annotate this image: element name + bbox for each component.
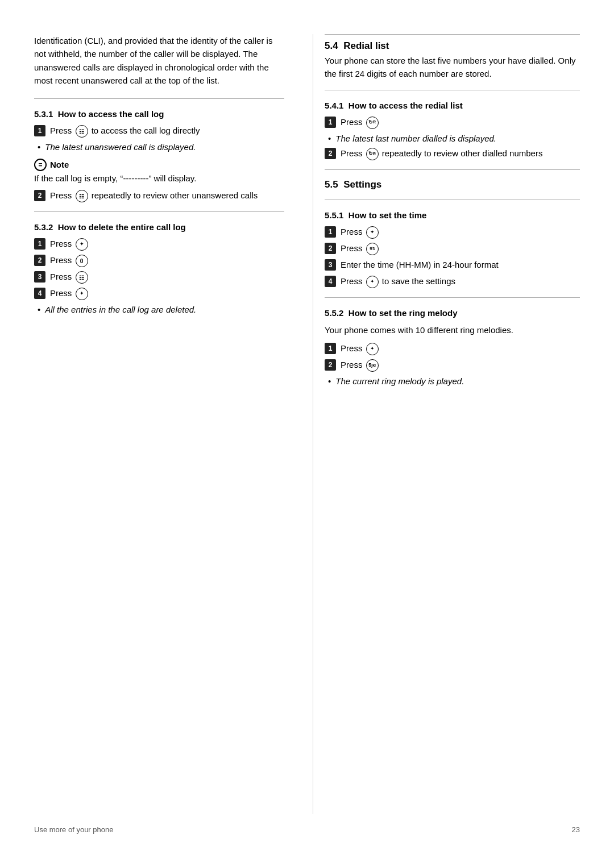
step-num-532-1: 1 — [34, 238, 45, 250]
step-num-552-2: 2 — [325, 359, 336, 371]
nav-key-551-4: ✦ — [366, 276, 379, 288]
desc-552: Your phone comes with 10 different ring … — [325, 323, 580, 337]
step-531-2: 2 Press ☷ repeatedly to review other una… — [34, 189, 284, 202]
step-content-532-3: Press ☷ — [50, 271, 284, 284]
five-key: 5jkl — [366, 359, 379, 372]
divider-552 — [325, 297, 580, 298]
step-541-1: 1 Press ↻R — [325, 116, 580, 129]
step-num-551-3: 3 — [325, 259, 336, 271]
step-num-541-2: 2 — [325, 148, 336, 159]
divider-531 — [34, 98, 284, 99]
step-551-1: 1 Press ✦ — [325, 226, 580, 239]
divider-532 — [34, 211, 284, 212]
step-551-2: 2 Press #3 — [325, 242, 580, 255]
step-num-551-1: 1 — [325, 226, 336, 238]
note-text-531: If the call log is empty, “---------” wi… — [34, 172, 284, 185]
divider-551 — [325, 200, 580, 200]
log-key-icon-2: ☷ — [76, 190, 88, 202]
footer-left: Use more of your phone — [34, 825, 113, 834]
step-num-552-1: 1 — [325, 343, 336, 354]
bullet-541-1: • The latest last number dialled is disp… — [325, 132, 580, 146]
left-column: Identification (CLI), and provided that … — [34, 34, 313, 814]
heading-541: 5.4.1 How to access the redial list — [325, 99, 580, 111]
step-531-1: 1 Press ☷ to access the call log directl… — [34, 124, 284, 138]
divider-541 — [325, 90, 580, 90]
step-552-2: 2 Press 5jkl — [325, 359, 580, 372]
step-content-541-2: Press ↻R repeatedly to review other dial… — [341, 147, 580, 160]
step-content-531-2: Press ☷ repeatedly to review other unans… — [50, 189, 284, 202]
step-541-2: 2 Press ↻R repeatedly to review other di… — [325, 147, 580, 160]
step-num-1: 1 — [34, 125, 45, 136]
heading-54: 5.4 Redial list — [325, 40, 580, 52]
nav-key-552-1: ✦ — [366, 343, 379, 355]
step-num-551-4: 4 — [325, 276, 336, 287]
step-num-2: 2 — [34, 190, 45, 201]
log-key-3: ☷ — [76, 271, 88, 284]
bullet-532: • All the entries in the call log are de… — [34, 304, 284, 317]
step-content-551-1: Press ✦ — [341, 226, 580, 239]
steps-531a: 1 Press ☷ to access the call log directl… — [34, 124, 284, 154]
step-content-551-4: Press ✦ to save the settings — [341, 275, 580, 288]
heading-551: 5.5.1 How to set the time — [325, 209, 580, 221]
step-532-2: 2 Press 0 — [34, 254, 284, 267]
nav-key-1: ✦ — [76, 238, 88, 251]
step-content-541-1: Press ↻R — [341, 116, 580, 129]
steps-552: 1 Press ✦ 2 Press 5jkl • The current rin… — [325, 342, 580, 388]
step-content-552-1: Press ✦ — [341, 342, 580, 355]
steps-531b: 2 Press ☷ repeatedly to review other una… — [34, 189, 284, 202]
redial-key-1: ↻R — [366, 117, 379, 129]
steps-551: 1 Press ✦ 2 Press #3 3 Enter the time (H… — [325, 226, 580, 288]
hash-key: #3 — [366, 243, 379, 255]
step-content-552-2: Press 5jkl — [341, 359, 580, 372]
zero-key: 0 — [76, 255, 88, 267]
divider-55 — [325, 169, 580, 170]
page-footer: Use more of your phone 23 — [34, 814, 580, 834]
footer-right: 23 — [572, 825, 580, 834]
right-column: 5.4 Redial list Your phone can store the… — [313, 34, 580, 814]
step-content-531-1: Press ☷ to access the call log directly — [50, 124, 284, 138]
nav-key-4: ✦ — [76, 288, 88, 300]
note-icon: = — [34, 159, 47, 171]
intro-paragraph: Identification (CLI), and provided that … — [34, 34, 284, 87]
heading-531: 5.3.1 How to access the call log — [34, 108, 284, 120]
heading-55: 5.5 Settings — [325, 179, 580, 190]
content-columns: Identification (CLI), and provided that … — [34, 34, 580, 814]
step-551-4: 4 Press ✦ to save the settings — [325, 275, 580, 288]
step-content-532-4: Press ✦ — [50, 287, 284, 300]
bullet-531-1: • The latest unanswered call is displaye… — [34, 141, 284, 154]
steps-541: 1 Press ↻R • The latest last number dial… — [325, 116, 580, 161]
step-content-551-3: Enter the time (HH-MM) in 24-hour format — [341, 259, 580, 272]
note-531: = Note If the call log is empty, “------… — [34, 159, 284, 185]
step-num-532-3: 3 — [34, 271, 45, 283]
redial-key-2: ↻R — [366, 148, 379, 160]
note-heading: = Note — [34, 159, 284, 171]
page: Identification (CLI), and provided that … — [0, 0, 614, 868]
step-content-551-2: Press #3 — [341, 242, 580, 255]
step-num-532-2: 2 — [34, 255, 45, 266]
step-num-551-2: 2 — [325, 243, 336, 254]
step-551-3: 3 Enter the time (HH-MM) in 24-hour form… — [325, 259, 580, 272]
heading-552: 5.5.2 How to set the ring melody — [325, 307, 580, 319]
top-rule-right — [325, 34, 580, 35]
log-key-icon: ☷ — [76, 125, 88, 138]
desc-54: Your phone can store the last five numbe… — [325, 54, 580, 81]
step-content-532-2: Press 0 — [50, 254, 284, 267]
bullet-552: • The current ring melody is played. — [325, 375, 580, 388]
step-552-1: 1 Press ✦ — [325, 342, 580, 355]
step-num-532-4: 4 — [34, 288, 45, 299]
step-num-541-1: 1 — [325, 117, 336, 128]
step-content-532-1: Press ✦ — [50, 238, 284, 251]
step-532-4: 4 Press ✦ — [34, 287, 284, 300]
step-532-3: 3 Press ☷ — [34, 271, 284, 284]
heading-532: 5.3.2 How to delete the entire call log — [34, 221, 284, 233]
step-532-1: 1 Press ✦ — [34, 238, 284, 251]
steps-532: 1 Press ✦ 2 Press 0 3 Press ☷ — [34, 238, 284, 317]
nav-key-551-1: ✦ — [366, 226, 379, 239]
